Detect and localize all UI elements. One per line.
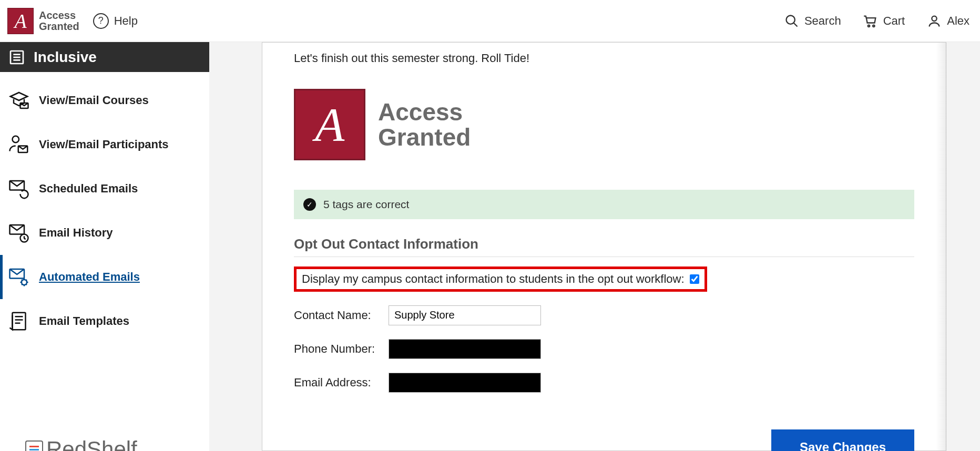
display-contact-row: Display my campus contact information to… — [294, 266, 707, 292]
user-button[interactable]: Alex — [927, 14, 969, 28]
svg-point-10 — [13, 136, 19, 143]
phone-number-label: Phone Number: — [294, 342, 382, 356]
list-icon — [8, 49, 25, 66]
cart-label: Cart — [883, 14, 905, 28]
sidebar-item-view-email-participants[interactable]: View/Email Participants — [0, 122, 209, 167]
display-contact-checkbox[interactable] — [690, 274, 699, 284]
email-address-label: Email Address: — [294, 376, 382, 390]
svg-rect-17 — [13, 313, 26, 330]
check-circle-icon: ✓ — [303, 198, 316, 211]
mail-refresh-icon — [8, 178, 29, 199]
access-granted-logo: A Access Granted — [294, 89, 914, 160]
brand-large-top: Access — [378, 99, 471, 125]
content-card: Let's finish out this semester strong. R… — [262, 42, 946, 451]
user-icon — [927, 14, 942, 28]
email-address-input[interactable] — [389, 373, 541, 393]
redshelf-icon — [25, 440, 43, 451]
main-area: Let's finish out this semester strong. R… — [209, 42, 980, 451]
sidebar-item-view-email-courses[interactable]: View/Email Courses — [0, 78, 209, 122]
sidebar-item-label: Email Templates — [39, 314, 129, 328]
sidebar-item-scheduled-emails[interactable]: Scheduled Emails — [0, 167, 209, 211]
brand-text-bottom: Granted — [39, 21, 79, 32]
header-left: A Access Granted ? Help — [7, 8, 138, 34]
user-mail-icon — [8, 134, 29, 155]
cart-button[interactable]: Cart — [863, 14, 905, 28]
help-button[interactable]: ? Help — [93, 13, 138, 29]
phone-number-input[interactable] — [389, 339, 541, 359]
redshelf-logo[interactable]: RedShelf — [25, 433, 137, 451]
mail-gear-icon — [8, 266, 29, 288]
sidebar-section-title: Inclusive — [34, 49, 97, 66]
sidebar-item-email-templates[interactable]: Email Templates — [0, 299, 209, 343]
brand-mark-large-icon: A — [294, 89, 365, 160]
svg-point-0 — [786, 15, 794, 24]
app-body: Inclusive View/Email Courses View/Email … — [0, 42, 980, 451]
header-right: Search Cart Alex — [784, 14, 969, 28]
sidebar-item-label: View/Email Participants — [39, 138, 169, 151]
search-button[interactable]: Search — [784, 14, 841, 28]
svg-point-4 — [932, 16, 937, 20]
contact-name-label: Contact Name: — [294, 309, 382, 322]
svg-point-3 — [873, 25, 875, 27]
sidebar-item-label: Email History — [39, 226, 113, 240]
user-label: Alex — [947, 14, 969, 28]
scrollbar[interactable] — [936, 43, 946, 450]
svg-point-2 — [867, 25, 870, 27]
brand-text-large: Access Granted — [378, 99, 471, 150]
brand-text: Access Granted — [39, 10, 79, 32]
search-icon — [784, 14, 799, 28]
mail-clock-icon — [8, 222, 29, 243]
opt-out-section-title: Opt Out Contact Information — [294, 236, 914, 257]
sidebar-section-header[interactable]: Inclusive — [0, 42, 209, 72]
help-label: Help — [114, 14, 138, 28]
grad-mail-icon — [8, 90, 29, 111]
tag-status-text: 5 tags are correct — [323, 198, 409, 211]
sidebar-nav: View/Email Courses View/Email Participan… — [0, 72, 209, 350]
help-icon: ? — [93, 13, 109, 29]
sidebar-item-automated-emails[interactable]: Automated Emails — [0, 255, 209, 299]
sidebar: Inclusive View/Email Courses View/Email … — [0, 42, 209, 451]
phone-number-row: Phone Number: — [294, 339, 914, 359]
save-row: Save Changes — [294, 429, 914, 451]
intro-text: Let's finish out this semester strong. R… — [294, 50, 914, 67]
cart-icon — [863, 14, 878, 28]
tag-status-banner: ✓ 5 tags are correct — [294, 190, 914, 219]
svg-line-1 — [793, 23, 797, 26]
app-header: A Access Granted ? Help Search Cart Alex — [0, 0, 980, 42]
brand-logo[interactable]: A Access Granted — [7, 8, 79, 34]
sidebar-item-label: Scheduled Emails — [39, 182, 138, 196]
email-address-row: Email Address: — [294, 373, 914, 393]
save-changes-button[interactable]: Save Changes — [771, 429, 914, 451]
contact-name-row: Contact Name: — [294, 305, 914, 325]
sidebar-item-label: Automated Emails — [39, 270, 140, 284]
brand-text-top: Access — [39, 10, 79, 21]
brand-large-bottom: Granted — [378, 125, 471, 150]
contact-name-input[interactable] — [389, 305, 541, 325]
sidebar-item-label: View/Email Courses — [39, 94, 149, 107]
redshelf-label: RedShelf — [46, 437, 137, 451]
template-icon — [8, 311, 29, 332]
display-contact-label: Display my campus contact information to… — [302, 272, 685, 286]
search-label: Search — [804, 14, 841, 28]
brand-mark-icon: A — [7, 8, 34, 34]
sidebar-item-email-history[interactable]: Email History — [0, 211, 209, 255]
